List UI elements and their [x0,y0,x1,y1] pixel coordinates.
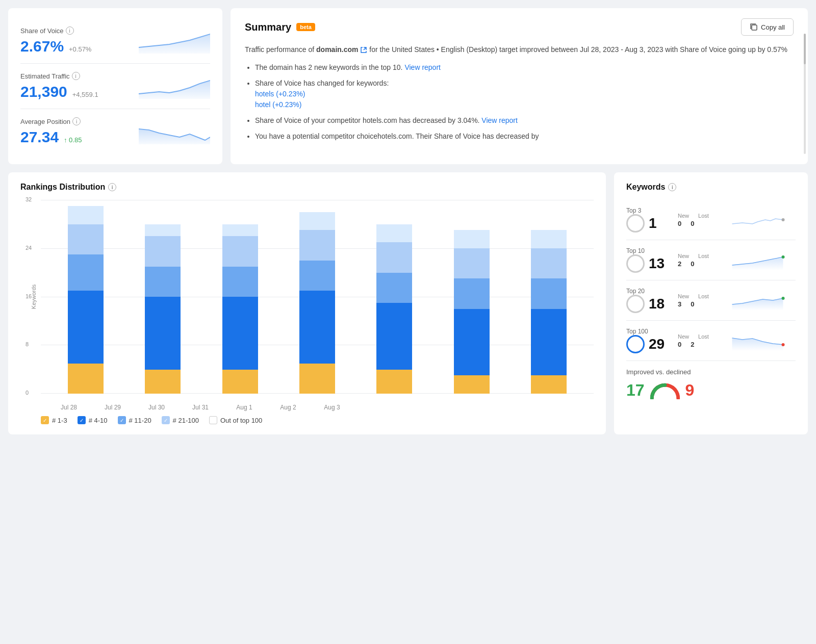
top3-label: Top 3 [626,207,672,214]
bar-aug3 [515,200,583,394]
top100-trend [720,330,796,351]
main-container: Share of Voice i 2.67% +0.57% [0,0,816,644]
external-link-icon [360,46,367,54]
hotels-link[interactable]: hotels (+0.23%) [255,90,305,98]
ap-label: Average Position i [20,117,82,125]
top20-new: 3 [678,300,681,308]
bar-jul30 [206,200,274,394]
scroll-indicator [804,34,806,154]
arc-chart [650,381,680,399]
legend-color-1-3: ✓ [41,416,49,424]
x-label-aug1: Aug 1 [226,404,262,411]
bars-container [41,200,594,394]
et-change: +4,559.1 [72,91,98,98]
x-label-jul30: Jul 30 [139,404,174,411]
top20-label: Top 20 [626,288,672,295]
bullet-3: Share of Voice of your competitor hotels… [255,115,794,126]
sov-change: +0.57% [69,45,91,53]
svg-rect-0 [752,25,757,30]
keywords-info-icon[interactable]: i [668,183,676,191]
estimated-traffic-metric: Estimated Traffic i 21,390 +4,559.1 [20,64,210,109]
legend-4-10: ✓ # 4-10 [78,416,108,424]
view-report-link-2[interactable]: View report [481,116,518,124]
improved-label: Improved vs. declined [626,368,796,376]
et-label: Estimated Traffic i [20,72,98,80]
x-label-aug3: Aug 3 [314,404,350,411]
top100-label: Top 100 [626,328,672,335]
copy-all-button[interactable]: Copy all [741,18,794,36]
ap-info-icon[interactable]: i [72,117,81,125]
improved-val: 17 [626,381,645,400]
legend-1-3: ✓ # 1-3 [41,416,67,424]
rankings-info-icon[interactable]: i [108,183,116,191]
x-labels: Jul 28 Jul 29 Jul 30 Jul 31 Aug 1 Aug 2 … [41,404,594,411]
top3-circle [626,214,645,233]
improved-section: Improved vs. declined 17 9 [626,361,796,400]
legend-out-top-100: Out of top 100 [209,416,262,424]
copy-icon [750,23,758,31]
x-label-jul29: Jul 29 [95,404,131,411]
ap-value: 27.34 [20,128,59,145]
top3-new: 0 [678,220,681,227]
summary-header: Summary beta Copy all [245,18,794,36]
et-info-icon[interactable]: i [72,72,80,80]
sov-chart [139,28,210,54]
keywords-panel: Keywords i Top 3 1 New Lost [614,172,808,434]
scroll-thumb [804,34,806,64]
top10-trend [720,250,796,270]
legend-21-100: ✓ # 21-100 [162,416,199,424]
top100-stats: New Lost 0 2 [678,333,713,348]
ap-value-row: 27.34 ↑ 0.85 [20,128,82,146]
keywords-title: Keywords i [626,183,796,192]
ap-chart [139,119,210,144]
hotel-link[interactable]: hotel (+0.23%) [255,100,301,109]
top3-stats: New Lost 0 0 [678,213,713,227]
bottom-row: Rankings Distribution i Keywords 32 24 1… [8,172,808,434]
view-report-link-1[interactable]: View report [404,63,441,71]
average-position-metric: Average Position i 27.34 ↑ 0.85 [20,109,210,154]
improved-numbers: 17 9 [626,381,796,400]
y-axis-label: Keywords [31,285,37,309]
bullet-1: The domain has 2 new keywords in the top… [255,62,794,73]
sov-info-icon[interactable]: i [66,27,74,35]
top100-count: 29 [649,336,672,352]
top100-circle [626,335,645,353]
top10-circle [626,254,645,273]
keyword-row-top20: Top 20 18 New Lost 3 0 [626,280,796,321]
top-row: Share of Voice i 2.67% +0.57% [8,8,808,164]
keyword-row-top10: Top 10 13 New Lost 2 0 [626,240,796,280]
bullet-4: You have a potential competitor choiceho… [255,131,794,142]
top100-lost: 2 [691,341,694,348]
et-value: 21,390 [20,83,67,100]
top10-stats: New Lost 2 0 [678,253,713,268]
top20-lost: 0 [691,300,694,308]
svg-point-3 [782,297,785,300]
legend-color-21-100: ✓ [162,416,170,424]
top10-lost: 0 [691,260,694,268]
top20-stats: New Lost 3 0 [678,293,713,308]
bar-aug1 [360,200,429,394]
bullet-2: Share of Voice has changed for keywords:… [255,78,794,110]
summary-bullets: The domain has 2 new keywords in the top… [245,62,794,142]
bar-jul29 [128,200,197,394]
top3-count: 1 [649,215,672,231]
legend-color-4-10: ✓ [78,416,86,424]
x-label-jul28: Jul 28 [51,404,87,411]
svg-point-2 [782,255,785,259]
legend-11-20: ✓ # 11-20 [118,416,151,424]
top3-trend [720,210,796,230]
summary-panel: Summary beta Copy all Traffic performanc… [231,8,808,164]
top10-count: 13 [649,255,672,272]
top3-lost: 0 [691,220,694,227]
rankings-chart-wrapper: Keywords 32 24 16 8 0 [20,200,594,411]
legend-color-11-20: ✓ [118,416,126,424]
keyword-row-top3: Top 3 1 New Lost 0 0 [626,200,796,240]
declined-val: 9 [685,381,695,400]
share-of-voice-metric: Share of Voice i 2.67% +0.57% [20,18,210,64]
sov-label: Share of Voice i [20,27,91,35]
et-chart [139,73,210,99]
sov-value-row: 2.67% +0.57% [20,38,91,55]
bar-jul28 [51,200,120,394]
summary-title: Summary beta [245,21,315,33]
bar-jul31 [283,200,351,394]
